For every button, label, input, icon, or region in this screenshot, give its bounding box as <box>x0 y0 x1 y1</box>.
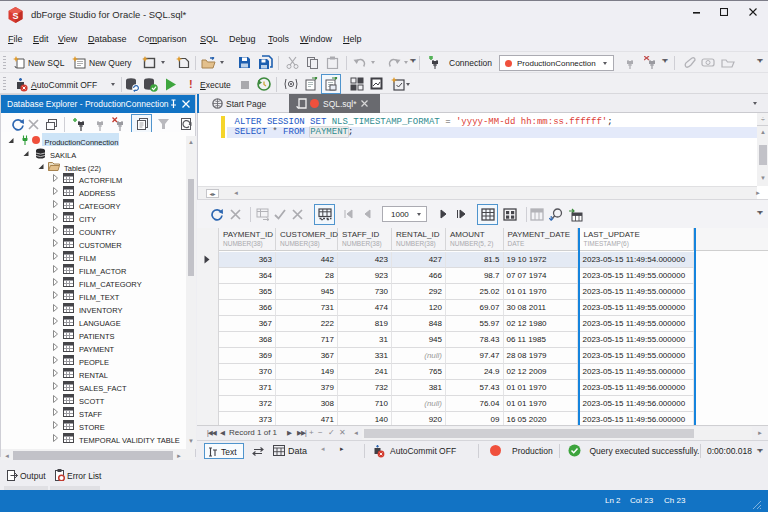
svg-text:S: S <box>12 11 18 21</box>
